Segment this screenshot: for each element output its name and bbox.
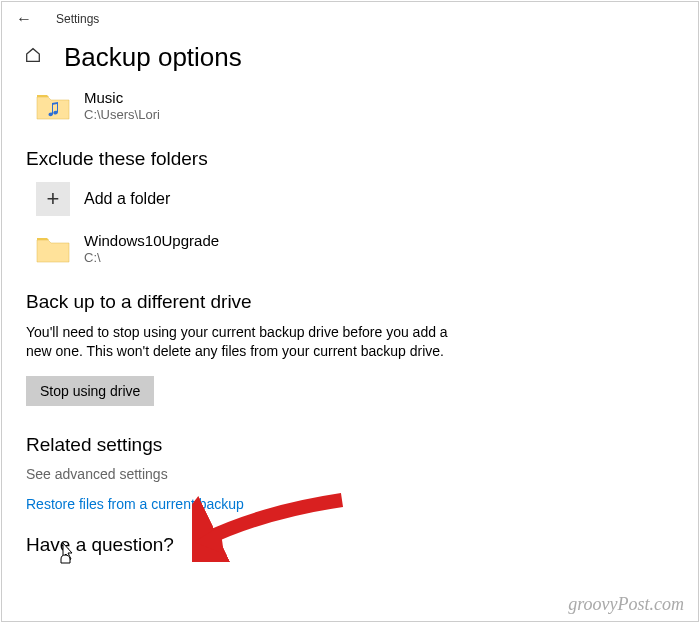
different-drive-heading: Back up to a different drive (26, 291, 674, 313)
folder-name: Windows10Upgrade (84, 232, 219, 250)
page-header: Backup options (2, 36, 698, 83)
restore-files-link[interactable]: Restore files from a current backup (26, 496, 674, 512)
music-folder-icon (36, 91, 70, 121)
different-drive-body: You'll need to stop using your current b… (26, 323, 456, 362)
watermark: groovyPost.com (568, 594, 684, 615)
titlebar-label: Settings (56, 12, 99, 26)
titlebar: ← Settings (2, 2, 698, 36)
advanced-settings-link[interactable]: See advanced settings (26, 466, 674, 482)
related-heading: Related settings (26, 434, 674, 456)
included-folder-item[interactable]: Music C:\Users\Lori (26, 85, 674, 128)
excluded-folder-item[interactable]: Windows10Upgrade C:\ (26, 228, 674, 271)
back-arrow-icon[interactable]: ← (16, 10, 32, 28)
folder-path: C:\ (84, 250, 219, 267)
content-area: Music C:\Users\Lori Exclude these folder… (2, 83, 698, 556)
stop-using-drive-button[interactable]: Stop using drive (26, 376, 154, 406)
exclude-heading: Exclude these folders (26, 148, 674, 170)
folder-path: C:\Users\Lori (84, 107, 160, 124)
folder-text: Music C:\Users\Lori (84, 89, 160, 124)
folder-text: Windows10Upgrade C:\ (84, 232, 219, 267)
folder-icon (36, 234, 70, 264)
settings-window: ← Settings Backup options Music C:\Users… (1, 1, 699, 622)
folder-name: Music (84, 89, 160, 107)
add-folder-label: Add a folder (84, 190, 170, 208)
home-icon[interactable] (24, 46, 44, 69)
add-folder-button[interactable]: + Add a folder (26, 180, 674, 218)
plus-icon: + (36, 182, 70, 216)
question-heading: Have a question? (26, 534, 674, 556)
page-title: Backup options (64, 42, 242, 73)
